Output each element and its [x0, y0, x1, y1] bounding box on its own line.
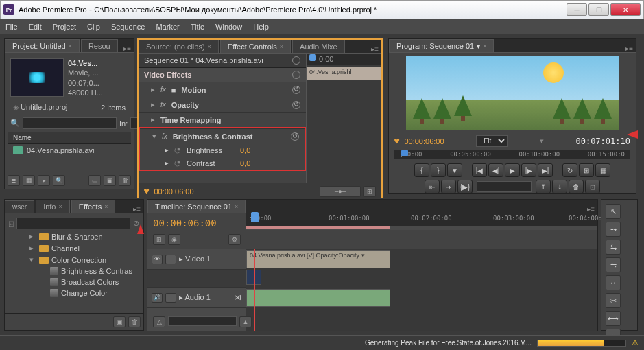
automate-icon[interactable]: ▸ — [38, 175, 50, 186]
trash-button[interactable]: 🗑 — [569, 180, 584, 194]
tab-program[interactable]: Program: Sequence 01 ▾ × — [389, 39, 494, 52]
set-marker-button[interactable]: ▼ — [447, 163, 462, 177]
zoom-in-icon[interactable]: ▲ — [239, 316, 252, 327]
program-ruler[interactable]: ;00:0000:05:00:0000:10:00:0000:15:00:0 — [394, 150, 630, 159]
maximize-button[interactable]: ☐ — [588, 3, 609, 16]
mark-out-button[interactable]: } — [431, 163, 446, 177]
step-back-button[interactable]: ◀| — [488, 163, 503, 177]
slip-tool[interactable]: ⟷ — [606, 311, 621, 326]
snap-icon[interactable]: ⊞ — [153, 234, 165, 245]
param-brightness[interactable]: ▸◔Brightness0,0 — [140, 143, 305, 156]
zoom-slider[interactable] — [168, 316, 237, 326]
marker-icon[interactable]: ◉ — [168, 234, 180, 245]
icon-view-icon[interactable]: ▦ — [23, 175, 35, 186]
effects-search-input[interactable] — [16, 218, 130, 229]
reset-icon[interactable] — [291, 132, 299, 141]
program-current-time[interactable]: ♥ 00:00:06:00 — [394, 137, 444, 146]
minimize-button[interactable]: ─ — [567, 3, 587, 16]
close-button[interactable]: ✕ — [610, 3, 641, 16]
program-viewer[interactable] — [406, 56, 619, 130]
playhead-icon[interactable] — [251, 212, 259, 222]
eye-icon[interactable]: 👁 — [152, 255, 163, 264]
effects-tree-item[interactable]: Change Color — [8, 288, 141, 299]
stopwatch-icon[interactable]: ◔ — [174, 159, 181, 167]
playhead-line[interactable] — [254, 249, 255, 331]
dropdown-icon[interactable]: ▾ — [540, 137, 544, 145]
next-edit-button[interactable]: ⇥ — [441, 180, 456, 194]
find-icon[interactable]: 🔍 — [53, 175, 65, 186]
tab-effect-controls[interactable]: Effect Controls × — [220, 40, 291, 53]
effect-opacity[interactable]: ▸fxOpacity — [139, 97, 306, 112]
new-item-icon[interactable]: ▣ — [104, 175, 116, 186]
settings-icon[interactable]: ⚙ — [228, 234, 241, 245]
panel-menu-icon[interactable]: ▸≡ — [368, 45, 381, 53]
video-effects-header[interactable]: Video Effects — [139, 67, 306, 82]
reset-icon[interactable] — [292, 86, 300, 94]
panel-menu-icon[interactable]: ▸≡ — [121, 45, 134, 52]
goto-in-button[interactable]: |◀ — [472, 163, 487, 177]
panel-menu-icon[interactable]: ▸≡ — [584, 205, 597, 213]
effects-tree-item[interactable]: Brightness & Contras — [8, 266, 141, 277]
clip-thumbnail[interactable] — [10, 58, 64, 97]
search-icon[interactable]: 🔍 — [10, 119, 20, 128]
trash-icon[interactable]: 🗑 — [128, 316, 141, 327]
column-header-name[interactable]: Name — [8, 132, 131, 144]
mark-in-button[interactable]: { — [414, 163, 429, 177]
ripple-edit-tool[interactable]: ⇆ — [606, 240, 621, 255]
menu-project[interactable]: Project — [53, 23, 76, 31]
timeline-track-area[interactable]: 04.Vesna.prishla.avi [V] Opacity:Opacity… — [246, 249, 597, 331]
zoom-out-icon[interactable]: △ — [153, 316, 165, 327]
prev-edit-button[interactable]: ⇤ — [425, 180, 440, 194]
playhead-icon[interactable] — [309, 54, 316, 61]
lock-icon[interactable] — [165, 293, 176, 303]
zoom-select[interactable]: Fit — [476, 135, 508, 147]
tab-project[interactable]: Project: Untitled × — [5, 39, 80, 52]
new-bin-icon[interactable]: ▣ — [113, 316, 126, 327]
stopwatch-icon[interactable]: ◔ — [174, 145, 181, 154]
reset-icon[interactable] — [292, 101, 300, 109]
timeline-clip-audio[interactable] — [246, 289, 390, 307]
effect-timeline-clip[interactable]: 04.Vesna.prishl — [307, 67, 381, 80]
effect-time-remapping[interactable]: ▸Time Remapping — [139, 112, 306, 127]
tab-info[interactable]: Info × — [36, 200, 70, 213]
timeline-timecode[interactable]: 00:00:06:00 — [153, 218, 241, 229]
list-view-icon[interactable]: ≣ — [8, 175, 20, 186]
rate-stretch-tool[interactable]: ↔ — [606, 275, 621, 290]
track-audio-1[interactable]: 🔊 ▸ Audio 1 ⋈ — [147, 288, 246, 308]
menu-file[interactable]: File — [5, 23, 18, 31]
lift-button[interactable]: ⤒ — [536, 180, 551, 194]
search-input[interactable] — [23, 117, 117, 129]
rolling-edit-tool[interactable]: ⇋ — [606, 257, 621, 272]
menu-title[interactable]: Title — [191, 23, 204, 31]
effects-tree-item[interactable]: ▸Channel — [8, 242, 141, 254]
step-fwd-button[interactable]: |▶ — [521, 163, 536, 177]
menu-help[interactable]: Help — [253, 23, 269, 31]
extract-button[interactable]: ⤓ — [552, 180, 567, 194]
menu-marker[interactable]: Marker — [156, 23, 179, 31]
zoom-slider[interactable]: ━●━ — [320, 186, 361, 197]
effect-timeline-ruler[interactable]: 0:00 — [307, 54, 381, 65]
track-select-tool[interactable]: ⇢ — [606, 222, 621, 237]
playhead-icon[interactable] — [401, 150, 408, 156]
trash-icon[interactable]: 🗑 — [119, 175, 131, 186]
tab-resource[interactable]: Resou — [81, 39, 118, 52]
effect-motion[interactable]: ▸fx■Motion — [139, 82, 306, 97]
project-item[interactable]: 04.Vesna.prishla.avi — [8, 144, 131, 156]
goto-out-button[interactable]: ▶| — [538, 163, 553, 177]
effect-timecode[interactable]: ♥ 00:00:06:00 — [144, 187, 194, 196]
new-bin-icon[interactable]: ▭ — [88, 175, 101, 186]
export-frame-button[interactable]: ⊡ — [585, 180, 600, 194]
panel-menu-icon[interactable]: ▸≡ — [623, 45, 636, 52]
timeline-clip-video[interactable]: 04.Vesna.prishla.avi [V] Opacity:Opacity… — [246, 250, 390, 268]
effects-tree-item[interactable]: Broadcast Colors — [8, 277, 141, 288]
show-hide-icon[interactable] — [292, 56, 300, 65]
tab-source[interactable]: Source: (no clips) × — [139, 40, 219, 53]
panel-menu-icon[interactable]: ▸≡ — [130, 205, 143, 213]
menu-edit[interactable]: Edit — [29, 23, 42, 31]
effects-tree-item[interactable]: ▸Blur & Sharpen — [8, 231, 141, 242]
play-button[interactable]: ▶ — [505, 163, 520, 177]
razor-tool[interactable]: ✂ — [606, 293, 621, 308]
output-button[interactable]: ▦ — [595, 163, 610, 177]
tab-browser[interactable]: wser — [5, 200, 34, 213]
toggle-icon[interactable]: ⊞ — [363, 186, 376, 197]
